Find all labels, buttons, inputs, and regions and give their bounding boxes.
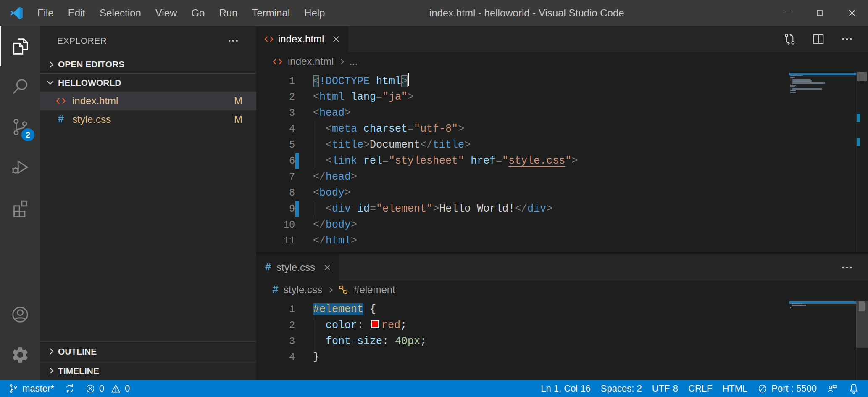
code-editor-css[interactable]: 1#element {2 color: red;3 font-size: 40p… bbox=[256, 299, 868, 380]
timeline-label: TIMELINE bbox=[58, 366, 99, 376]
line-number: 7 bbox=[256, 169, 295, 185]
code-line[interactable]: 5 <title>Document</title> bbox=[256, 137, 868, 153]
chevron-right-icon bbox=[47, 368, 54, 374]
chevron-right-icon bbox=[339, 59, 345, 64]
explorer-icon[interactable] bbox=[0, 26, 40, 66]
section-open-editors[interactable]: OPEN EDITORS bbox=[40, 56, 256, 74]
file-row-index-html[interactable]: index.htmlM bbox=[40, 92, 256, 110]
code-line[interactable]: 6 <link rel="stylesheet" href="style.css… bbox=[256, 153, 868, 169]
code-line[interactable]: 7</head> bbox=[256, 169, 868, 185]
outline-label: OUTLINE bbox=[58, 347, 97, 357]
file-name: style.css bbox=[72, 114, 111, 125]
status-sync[interactable] bbox=[59, 380, 80, 397]
minimize-button[interactable] bbox=[771, 0, 803, 26]
warning-count: 0 bbox=[125, 383, 130, 394]
chevron-right-icon bbox=[327, 287, 333, 293]
code-line[interactable]: 2<html lang="ja"> bbox=[256, 89, 868, 105]
line-number: 11 bbox=[256, 233, 295, 249]
modified-badge: M bbox=[234, 114, 242, 125]
indent-guide bbox=[313, 333, 313, 349]
tab-style-css[interactable]: # style.css bbox=[256, 254, 339, 281]
search-icon[interactable] bbox=[0, 66, 40, 107]
code-line[interactable]: 2 color: red; bbox=[256, 318, 868, 333]
section-folder[interactable]: HELLOWORLD bbox=[40, 74, 256, 92]
code-line[interactable]: 3<head> bbox=[256, 105, 868, 121]
status-feedback[interactable] bbox=[822, 383, 843, 394]
extensions-icon[interactable] bbox=[0, 188, 40, 228]
status-language-mode[interactable]: HTML bbox=[717, 383, 752, 394]
breadcrumb-item[interactable]: style.css bbox=[284, 284, 322, 296]
file-row-style-css[interactable]: #style.cssM bbox=[40, 110, 256, 129]
menu-run[interactable]: Run bbox=[212, 0, 245, 26]
status-problems[interactable]: 0 0 bbox=[80, 380, 135, 397]
section-timeline[interactable]: TIMELINE bbox=[40, 361, 256, 380]
code-editor-html[interactable]: 1<!DOCTYPE html>2<html lang="ja">3<head>… bbox=[256, 71, 868, 252]
code-line[interactable]: 9 <div id="element">Hello World!</div> bbox=[256, 201, 868, 217]
settings-gear-icon[interactable] bbox=[0, 335, 40, 375]
close-tab-icon[interactable] bbox=[331, 34, 341, 44]
status-eol[interactable]: CRLF bbox=[683, 383, 717, 394]
html-file-icon bbox=[272, 57, 283, 66]
text-cursor bbox=[408, 73, 409, 86]
editor-group-css: # style.css # style.css #element 1#eleme… bbox=[256, 254, 868, 380]
html-file-icon bbox=[55, 96, 66, 106]
status-encoding[interactable]: UTF-8 bbox=[647, 383, 683, 394]
breadcrumb-item[interactable]: ... bbox=[349, 56, 358, 67]
feedback-icon bbox=[827, 383, 838, 394]
menu-terminal[interactable]: Terminal bbox=[245, 0, 297, 26]
code-line[interactable]: 11</html> bbox=[256, 233, 868, 249]
menu-file[interactable]: File bbox=[30, 0, 61, 26]
code-line[interactable]: 10</body> bbox=[256, 217, 868, 233]
code-line[interactable]: 1#element { bbox=[256, 302, 868, 318]
account-icon[interactable] bbox=[0, 294, 40, 335]
close-button[interactable] bbox=[836, 0, 868, 26]
menu-help[interactable]: Help bbox=[297, 0, 332, 26]
code-line[interactable]: 3 font-size: 40px; bbox=[256, 333, 868, 349]
section-outline[interactable]: OUTLINE bbox=[40, 341, 256, 361]
more-actions-icon[interactable] bbox=[840, 261, 854, 274]
activity-bar: 2 bbox=[0, 26, 40, 380]
breadcrumbs-top: index.html ... bbox=[256, 52, 868, 71]
source-control-icon[interactable]: 2 bbox=[0, 107, 40, 147]
menu-selection[interactable]: Selection bbox=[92, 0, 148, 26]
status-port[interactable]: Port : 5500 bbox=[752, 383, 822, 394]
chevron-right-icon bbox=[47, 61, 54, 68]
editor-group-html: index.html index.html ... 1<!DOCTYPE htm… bbox=[256, 26, 868, 252]
menu-view[interactable]: View bbox=[148, 0, 184, 26]
html-file-icon bbox=[264, 34, 274, 44]
more-actions-icon[interactable] bbox=[840, 32, 854, 46]
tab-label: style.css bbox=[276, 262, 315, 273]
breadcrumbs-bottom: # style.css #element bbox=[256, 281, 868, 299]
code-line[interactable]: 1<!DOCTYPE html> bbox=[256, 73, 868, 89]
sidebar-title: EXPLORER bbox=[57, 36, 107, 46]
css-file-icon: # bbox=[272, 284, 279, 296]
open-changes-icon[interactable] bbox=[783, 32, 797, 46]
warning-icon bbox=[110, 384, 121, 394]
status-cursor-position[interactable]: Ln 1, Col 16 bbox=[536, 383, 596, 394]
status-branch[interactable]: master* bbox=[3, 380, 59, 397]
circle-slash-icon bbox=[758, 384, 768, 394]
status-indentation[interactable]: Spaces: 2 bbox=[596, 383, 647, 394]
breadcrumb-item[interactable]: index.html bbox=[288, 56, 334, 67]
menu-edit[interactable]: Edit bbox=[61, 0, 92, 26]
status-notifications[interactable] bbox=[843, 383, 865, 394]
file-list: index.htmlM#style.cssM bbox=[40, 92, 256, 129]
breadcrumb-item[interactable]: #element bbox=[354, 284, 395, 296]
menu-go[interactable]: Go bbox=[184, 0, 212, 26]
indent-guide bbox=[313, 137, 313, 153]
tab-index-html[interactable]: index.html bbox=[256, 26, 348, 52]
line-number: 4 bbox=[256, 121, 295, 137]
run-debug-icon[interactable] bbox=[0, 147, 40, 188]
menu-bar: FileEditSelectionViewGoRunTerminalHelp bbox=[30, 0, 332, 26]
chevron-down-icon bbox=[47, 78, 54, 85]
maximize-button[interactable] bbox=[803, 0, 836, 26]
code-line[interactable]: 4} bbox=[256, 349, 868, 365]
bell-icon bbox=[848, 383, 860, 394]
color-swatch bbox=[371, 320, 379, 328]
tab-bar-bottom: # style.css bbox=[256, 254, 868, 281]
close-tab-icon[interactable] bbox=[323, 263, 332, 272]
code-line[interactable]: 8<body> bbox=[256, 185, 868, 201]
explorer-more-actions-icon[interactable] bbox=[227, 34, 239, 47]
code-line[interactable]: 4 <meta charset="utf-8"> bbox=[256, 121, 868, 137]
split-editor-icon[interactable] bbox=[812, 32, 825, 46]
